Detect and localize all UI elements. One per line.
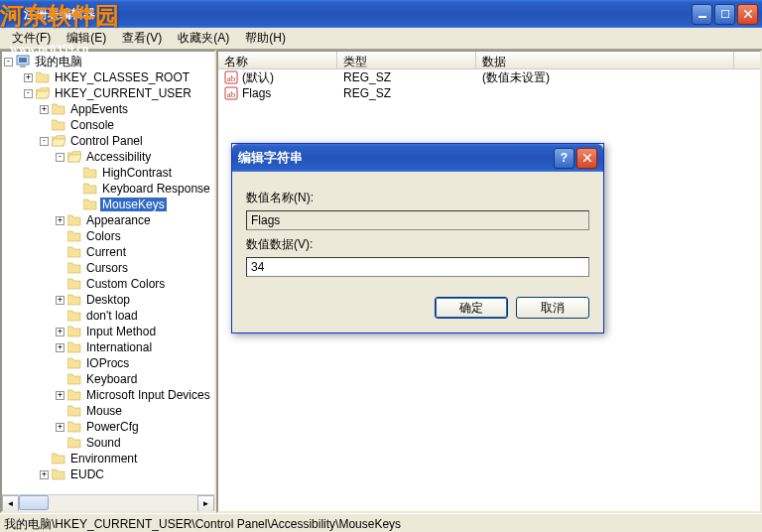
tree-item[interactable]: +PowerCfg xyxy=(4,419,212,435)
expander-icon[interactable]: + xyxy=(56,391,64,400)
tree-item[interactable]: +International xyxy=(4,339,212,355)
tree-node-label: Appearance xyxy=(84,213,153,227)
expander-icon[interactable]: + xyxy=(40,470,49,479)
menu-help[interactable]: 帮助(H) xyxy=(237,28,294,49)
dialog-buttons: 确定 取消 xyxy=(232,289,603,332)
tree-item[interactable]: +AppEvents xyxy=(4,101,212,117)
data-input[interactable] xyxy=(246,257,589,277)
tree-item[interactable]: Cursors xyxy=(4,260,212,276)
tree-node-label: Accessibility xyxy=(84,150,153,164)
tree-item[interactable]: +Microsoft Input Devices xyxy=(4,387,212,403)
tree-item[interactable]: HighContrast xyxy=(4,165,212,181)
tree-item[interactable]: Console xyxy=(4,117,212,133)
registry-tree[interactable]: -我的电脑+HKEY_CLASSES_ROOT-HKEY_CURRENT_USE… xyxy=(2,52,214,494)
string-value-icon: ab xyxy=(224,86,238,100)
string-value-icon: ab xyxy=(224,70,238,84)
list-body: ab(默认)REG_SZ(数值未设置)abFlagsREG_SZ xyxy=(218,69,760,101)
expander-spacer xyxy=(56,280,64,289)
dialog-help-button[interactable]: ? xyxy=(554,148,574,169)
tree-node-label: EUDC xyxy=(68,467,106,481)
menu-file[interactable]: 文件(F) xyxy=(4,28,59,49)
window-title: 注册表编辑器 xyxy=(24,6,692,23)
tree-item[interactable]: Colors xyxy=(4,228,212,244)
tree-item[interactable]: MouseKeys xyxy=(4,197,212,212)
list-row[interactable]: ab(默认)REG_SZ(数值未设置) xyxy=(218,69,760,85)
expander-icon[interactable]: + xyxy=(56,423,64,432)
tree-item[interactable]: +HKEY_CLASSES_ROOT xyxy=(4,69,212,85)
scroll-track[interactable] xyxy=(19,495,197,511)
tree-scrollbar-horizontal[interactable]: ◄ ► xyxy=(2,494,214,511)
expander-icon[interactable]: + xyxy=(24,73,33,82)
cell-type: REG_SZ xyxy=(337,86,476,100)
tree-item[interactable]: IOProcs xyxy=(4,355,212,371)
cell-type: REG_SZ xyxy=(337,70,476,84)
tree-item[interactable]: Sound xyxy=(4,435,212,451)
list-row[interactable]: abFlagsREG_SZ xyxy=(218,85,760,101)
tree-item[interactable]: Environment xyxy=(4,451,212,466)
tree-item[interactable]: -Accessibility xyxy=(4,149,212,165)
folder-icon xyxy=(67,389,81,401)
col-header-name[interactable]: 名称 xyxy=(218,52,337,68)
tree-node-label: 我的电脑 xyxy=(33,54,84,70)
tree-item[interactable]: +EUDC xyxy=(4,466,212,482)
maximize-button[interactable] xyxy=(714,4,735,25)
tree-item[interactable]: -HKEY_CURRENT_USER xyxy=(4,85,212,101)
ok-button[interactable]: 确定 xyxy=(435,297,508,319)
tree-item[interactable]: +Input Method xyxy=(4,324,212,339)
expander-icon[interactable]: + xyxy=(56,296,64,305)
expander-icon[interactable]: - xyxy=(40,137,49,146)
cancel-button[interactable]: 取消 xyxy=(516,297,589,319)
data-label: 数值数据(V): xyxy=(246,236,589,253)
tree-node-label: Input Method xyxy=(84,325,158,338)
scroll-right-button[interactable]: ► xyxy=(197,495,214,512)
tree-node-label: HKEY_CURRENT_USER xyxy=(53,86,193,100)
expander-spacer xyxy=(40,455,49,464)
expander-icon[interactable]: - xyxy=(4,58,13,66)
scroll-thumb[interactable] xyxy=(19,495,49,510)
expander-icon[interactable]: + xyxy=(40,105,49,114)
menu-edit[interactable]: 编辑(E) xyxy=(59,28,114,49)
col-header-type[interactable]: 类型 xyxy=(337,52,476,68)
tree-root[interactable]: -我的电脑 xyxy=(4,54,212,69)
tree-node-label: IOProcs xyxy=(84,356,131,370)
expander-icon[interactable]: + xyxy=(56,216,64,225)
folder-icon xyxy=(52,103,65,115)
tree-item[interactable]: Mouse xyxy=(4,403,212,419)
expander-icon[interactable]: + xyxy=(56,343,64,352)
svg-text:ab: ab xyxy=(227,89,236,99)
tree-item[interactable]: -Control Panel xyxy=(4,133,212,149)
menu-view[interactable]: 查看(V) xyxy=(114,28,170,49)
tree-item[interactable]: Keyboard xyxy=(4,371,212,387)
tree-item[interactable]: don't load xyxy=(4,308,212,324)
scroll-left-button[interactable]: ◄ xyxy=(2,495,19,512)
tree-item[interactable]: Current xyxy=(4,244,212,260)
expander-spacer xyxy=(71,185,80,194)
expander-spacer xyxy=(56,359,64,368)
tree-item[interactable]: Keyboard Response xyxy=(4,181,212,197)
dialog-close-button[interactable] xyxy=(576,148,597,169)
svg-rect-2 xyxy=(6,14,10,18)
folder-icon xyxy=(67,230,81,242)
folder-icon xyxy=(67,373,81,385)
close-button[interactable] xyxy=(737,4,758,25)
tree-node-label: Environment xyxy=(68,452,139,466)
tree-item[interactable]: +Desktop xyxy=(4,292,212,308)
edit-string-dialog: 编辑字符串 ? 数值名称(N): 数值数据(V): 确定 取消 xyxy=(231,143,604,333)
minimize-button[interactable] xyxy=(692,4,712,25)
tree-node-label: Console xyxy=(68,118,116,132)
tree-node-label: Custom Colors xyxy=(84,277,167,291)
tree-node-label: Microsoft Input Devices xyxy=(84,388,212,402)
tree-node-label: Control Panel xyxy=(68,134,145,148)
expander-icon[interactable]: - xyxy=(56,153,64,162)
folder-icon xyxy=(67,214,81,226)
folder-icon xyxy=(67,421,81,433)
tree-item[interactable]: +Appearance xyxy=(4,212,212,228)
expander-icon[interactable]: - xyxy=(24,89,33,98)
folder-icon xyxy=(67,294,81,306)
dialog-titlebar[interactable]: 编辑字符串 ? xyxy=(232,144,603,172)
menu-favorites[interactable]: 收藏夹(A) xyxy=(170,28,237,49)
expander-icon[interactable]: + xyxy=(56,328,64,336)
svg-rect-5 xyxy=(721,10,729,18)
col-header-data[interactable]: 数据 xyxy=(476,52,734,68)
tree-item[interactable]: Custom Colors xyxy=(4,276,212,292)
